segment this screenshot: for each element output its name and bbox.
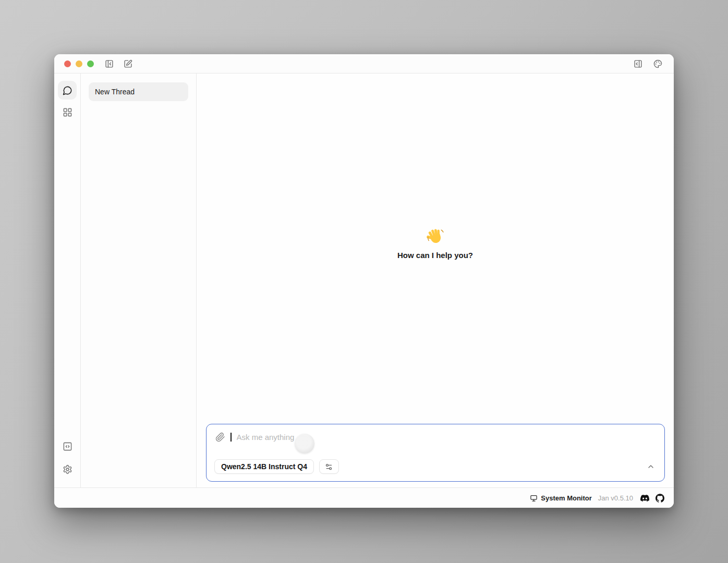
rail-item-settings[interactable] bbox=[58, 460, 77, 479]
app-version-label: Jan v0.5.10 bbox=[598, 494, 633, 502]
thread-list-item[interactable]: New Thread bbox=[89, 82, 188, 101]
toggle-left-panel-button[interactable] bbox=[102, 57, 116, 70]
composer: Qwen2.5 14B Instruct Q4 bbox=[206, 424, 665, 482]
toggle-right-panel-button[interactable] bbox=[631, 57, 645, 70]
rail-item-hub[interactable] bbox=[58, 103, 77, 121]
chevron-up-icon bbox=[647, 462, 655, 471]
traffic-lights bbox=[64, 60, 94, 67]
model-settings-button[interactable] bbox=[319, 459, 339, 474]
waving-hand-emoji bbox=[426, 228, 445, 246]
model-selector-label: Qwen2.5 14B Instruct Q4 bbox=[221, 462, 307, 471]
thread-title: New Thread bbox=[95, 88, 135, 96]
monitor-icon bbox=[530, 494, 538, 502]
sidebar-rail bbox=[54, 74, 81, 487]
discord-icon[interactable] bbox=[640, 494, 649, 503]
theme-button[interactable] bbox=[651, 57, 664, 70]
panel-left-close-icon bbox=[105, 59, 114, 68]
content-area: New Thread bbox=[54, 74, 674, 487]
close-window-button[interactable] bbox=[64, 60, 71, 67]
compose-pen-icon bbox=[124, 59, 132, 68]
system-monitor-label: System Monitor bbox=[541, 494, 592, 502]
attachment-paperclip-icon[interactable] bbox=[215, 432, 225, 442]
new-thread-button[interactable] bbox=[121, 57, 135, 70]
greeting-block: How can I help you? bbox=[197, 228, 674, 260]
palette-icon bbox=[653, 59, 662, 68]
rail-item-chat[interactable] bbox=[58, 81, 77, 100]
titlebar bbox=[54, 54, 674, 74]
panel-right-open-icon bbox=[634, 59, 642, 68]
chat-bubble-icon bbox=[63, 85, 72, 95]
github-icon[interactable] bbox=[656, 494, 664, 503]
cursor-halo bbox=[295, 434, 314, 454]
thread-list-panel: New Thread bbox=[81, 74, 197, 487]
minimize-window-button[interactable] bbox=[76, 60, 82, 67]
app-window: New Thread bbox=[54, 54, 674, 508]
gear-icon bbox=[63, 464, 72, 474]
model-selector[interactable]: Qwen2.5 14B Instruct Q4 bbox=[214, 459, 314, 474]
text-caret bbox=[230, 433, 232, 442]
chat-main-area: How can I help you? Qwen2.5 14B Instruct… bbox=[197, 74, 674, 487]
sliders-icon bbox=[325, 463, 333, 471]
system-monitor-button[interactable]: System Monitor bbox=[530, 494, 592, 502]
code-square-icon bbox=[63, 442, 72, 451]
collapse-composer-button[interactable] bbox=[647, 462, 655, 471]
grid-icon bbox=[63, 107, 72, 117]
zoom-window-button[interactable] bbox=[87, 60, 94, 67]
rail-item-local-api-server[interactable] bbox=[58, 437, 77, 456]
greeting-text: How can I help you? bbox=[397, 251, 473, 260]
status-bar: System Monitor Jan v0.5.10 bbox=[54, 487, 674, 508]
